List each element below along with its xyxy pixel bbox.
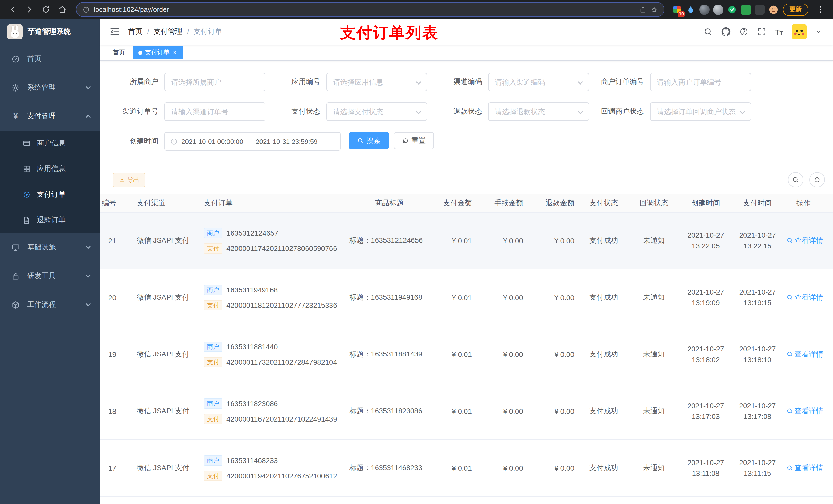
extension-icon[interactable] [699,4,710,15]
sidebar-item-system[interactable]: 系统管理 [0,73,100,102]
app-logo[interactable]: 芋道管理系统 [0,19,100,45]
pay-clock: 13:19:15 [732,297,783,308]
filter-merchant-order-no: 商户订单编号 [589,73,751,91]
extension-icon[interactable] [741,4,751,15]
browser-forward-button[interactable] [22,2,37,17]
reload-icon [41,5,50,14]
address-bar[interactable]: localhost:1024/pay/order [76,2,664,17]
col-header-refund-amount: 退款金额 [528,198,579,208]
active-tab-dot [138,50,142,54]
help-icon[interactable] [739,27,748,37]
notify-status-select[interactable] [650,102,751,121]
search-icon[interactable] [703,27,712,37]
export-button[interactable]: 导出 [113,172,145,187]
cell-pay-time: 2021-10-27 13:22:15 [732,230,783,251]
github-icon[interactable] [721,27,730,37]
view-detail-link[interactable]: 查看详情 [786,407,823,416]
browser-window: localhost:1024/pay/order 10 更新 芋道管理系统 [0,0,833,504]
search-button[interactable]: 搜索 [349,132,389,149]
app-no-select[interactable] [326,73,427,91]
font-size-icon[interactable]: TT [775,28,783,35]
table-row: 商户 1635311957286 支付 查看详情 [100,497,833,504]
cell-pay-amount: ¥ 0.01 [435,237,477,245]
yen-icon: ¥ [11,112,20,121]
pay-tag: 支付 [204,243,222,254]
browser-back-button[interactable] [5,2,21,17]
cell-pay-order: 商户 1635311468233 支付 42000011942021102767… [197,455,343,481]
filter-row: 创建时间 2021-10-01 00:00:00 - 2021-10-31 23… [103,132,833,150]
cell-actions: 查看详情 [783,236,824,246]
hamburger-icon[interactable] [110,27,120,37]
cell-order-id: 21 [100,237,126,245]
toggle-search-button[interactable] [788,172,803,188]
breadcrumb-section[interactable]: 支付管理 [154,27,182,37]
cell-pay-time: 2021-10-27 13:11:15 [732,457,783,479]
view-detail-link[interactable]: 查看详情 [786,236,823,245]
user-avatar[interactable] [791,24,807,40]
sidebar-item-merchant-info[interactable]: 商户信息 [0,130,100,156]
channel-code-select[interactable] [488,73,589,91]
view-detail-link[interactable]: 查看详情 [786,293,823,302]
browser-update-button[interactable]: 更新 [783,3,808,16]
extension-face-icon[interactable] [768,4,779,15]
view-detail-link[interactable]: 查看详情 [786,350,823,359]
reset-button[interactable]: 重置 [394,132,434,149]
extension-icon[interactable] [755,4,765,15]
table-row: 19 微信 JSAPI 支付 商户 1635311881440 支付 42000… [100,326,833,383]
sidebar-item-pay-order[interactable]: 支付订单 [0,182,100,208]
tab-label: 首页 [113,48,125,57]
tab-pay-order[interactable]: 支付订单 [133,46,183,59]
refresh-button[interactable] [809,172,825,188]
share-icon[interactable] [639,6,646,13]
refund-status-select[interactable] [488,102,589,121]
cell-pay-order: 商户 1635312124657 支付 42000011742021102780… [197,228,343,254]
sidebar-item-dashboard[interactable]: 首页 [0,45,100,73]
close-icon[interactable] [172,50,178,55]
sidebar-item-dev-tools[interactable]: 研发工具 [0,262,100,290]
admin-app: 芋道管理系统 首页 系统管理 ¥ 支付管理 [0,19,833,504]
breadcrumb-current: 支付订单 [194,27,222,37]
channel-order-no-input[interactable] [164,102,265,121]
merchant-filter-input[interactable] [164,73,265,91]
cell-pay-status: 支付成功 [579,350,628,359]
sidebar-item-payment[interactable]: ¥ 支付管理 [0,102,100,130]
bookmark-star-icon[interactable] [651,6,658,13]
face-icon [769,5,778,14]
cell-pay-channel: 微信 JSAPI 支付 [126,236,197,245]
sidebar-item-workflow[interactable]: 工作流程 [0,290,100,319]
extension-drop-icon[interactable] [686,4,696,15]
view-detail-link[interactable]: 查看详情 [786,463,823,473]
merchant-order-no-input[interactable] [650,73,751,91]
extension-check-icon[interactable] [727,4,737,15]
filter-app-no: 应用编号 [265,73,427,91]
pay-status-select[interactable] [326,102,427,121]
col-header-pay-order: 支付订单 [197,198,343,208]
browser-home-button[interactable] [54,2,70,17]
col-header-pay-time: 支付时间 [732,198,783,208]
filter-label: 支付状态 [265,107,326,116]
gear-icon [11,83,20,92]
extension-grid-icon[interactable]: 10 [672,4,682,15]
breadcrumb-home[interactable]: 首页 [128,27,142,37]
sidebar-item-infrastructure[interactable]: 基础设施 [0,233,100,262]
chevron-down-icon [84,83,92,92]
magnifier-icon [786,294,793,301]
site-info-icon[interactable] [82,6,90,13]
sidebar-item-app-info[interactable]: 应用信息 [0,156,100,182]
create-time-range[interactable]: 2021-10-01 00:00:00 - 2021-10-31 23:59:5… [164,132,341,150]
extension-icon[interactable] [713,4,723,15]
sidebar-item-label: 商户信息 [37,139,66,148]
merchant-order-no: 1635311949168 [227,286,278,294]
browser-menu-button[interactable] [812,2,828,17]
browser-extensions: 10 [672,4,779,15]
caret-down-icon[interactable] [815,29,822,35]
browser-reload-button[interactable] [38,2,53,17]
tab-home[interactable]: 首页 [108,46,130,59]
cell-fee-amount: ¥ 0.00 [477,464,528,472]
sidebar-item-refund-order[interactable]: 退款订单 [0,208,100,233]
cube-icon [11,301,20,309]
fullscreen-icon[interactable] [757,27,766,37]
search-icon [357,137,364,144]
drop-icon [686,5,695,14]
filter-label: 渠道订单号 [103,107,164,116]
